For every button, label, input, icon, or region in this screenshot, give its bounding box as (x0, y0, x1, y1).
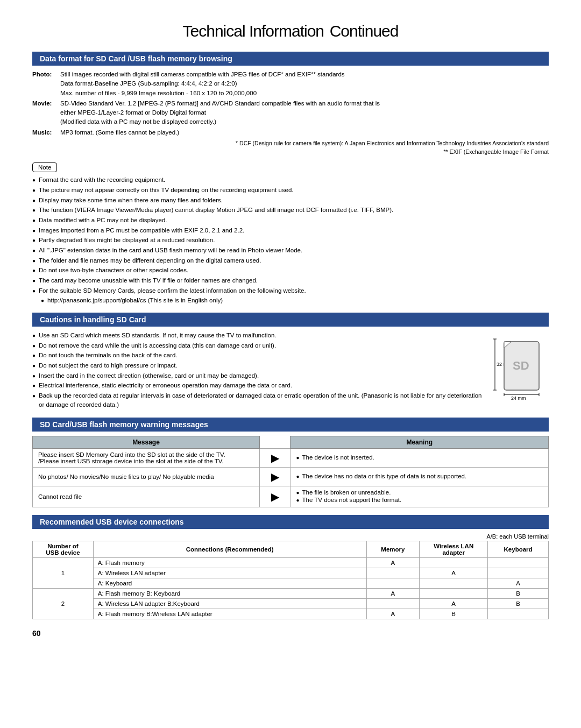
warning-meaning-2: The device has no data or this type of d… (290, 468, 549, 486)
ab-note: A/B: each USB terminal (32, 533, 549, 540)
usb-table: Number ofUSB device Connections (Recomme… (32, 541, 549, 619)
warning-message-3: Cannot read file (33, 486, 260, 507)
caution-item: Use an SD Card which meets SD standards.… (32, 331, 484, 340)
caution-item: Do not remove the card while the unit is… (32, 341, 484, 350)
col-connections: Connections (Recommended) (93, 541, 366, 558)
memory-2b (366, 599, 420, 609)
title-continued: Continued (330, 22, 399, 40)
bullet-item: Format the card with the recording equip… (32, 175, 549, 185)
connection-1b: A: Wireless LAN adapter (93, 568, 366, 578)
music-label: Music: (32, 128, 60, 137)
movie-label: Movie: (32, 99, 60, 127)
wireless-2c: B (420, 609, 488, 619)
col-memory: Memory (366, 541, 420, 558)
section-usb-header: Recommended USB device connections (32, 515, 549, 529)
section-data-format-header: Data format for SD Card /USB flash memor… (32, 52, 549, 66)
bullet-item: The folder and file names may be differe… (32, 256, 549, 265)
cautions-bullets: Use an SD Card which meets SD standards.… (32, 331, 484, 410)
caution-item: Electrical interference, static electric… (32, 381, 484, 390)
movie-content: SD-Video Standard Ver. 1.2 [MPEG-2 (PS f… (60, 99, 549, 127)
warning-table: Message Meaning Please insert SD Memory … (32, 436, 549, 507)
bullet-item: For the suitable SD Memory Cards, please… (32, 286, 549, 295)
memory-1b (366, 568, 420, 578)
photo-label: Photo: (32, 70, 60, 98)
arrow-icon-2: ▶ (259, 468, 290, 486)
section-warning-header: SD Card/USB flash memory warning message… (32, 418, 549, 432)
table-row: A: Wireless LAN adapter B:Keyboard A B (33, 599, 549, 609)
svg-text:SD: SD (513, 359, 529, 372)
usb-num-1: 1 (33, 558, 94, 589)
warning-meaning-3: The file is broken or unreadable. The TV… (290, 486, 549, 507)
col-wireless: Wireless LANadapter (420, 541, 488, 558)
bullet-item: Data modified with a PC may not be displ… (32, 216, 549, 225)
footnote1: * DCF (Design rule for camera file syste… (32, 139, 549, 148)
table-row: No photos/ No movies/No music files to p… (33, 468, 549, 486)
music-content: MP3 format. (Some files cannot be played… (60, 128, 549, 137)
caution-item: Insert the card in the correct direction… (32, 371, 484, 380)
bullet-item: Do not use two-byte characters or other … (32, 266, 549, 275)
memory-1c (366, 578, 420, 589)
col-meaning: Meaning (290, 436, 549, 449)
keyboard-1a (488, 558, 549, 568)
sd-card-diagram: 32 mm SD 24 mm (490, 336, 549, 401)
note-box: Note (32, 162, 57, 172)
photo-movie-block: Photo: Still images recorded with digita… (32, 70, 549, 156)
svg-text:24 mm: 24 mm (511, 395, 526, 401)
section-usb: Recommended USB device connections A/B: … (32, 515, 549, 619)
connection-1a: A: Flash memory (93, 558, 366, 568)
footnotes: * DCF (Design rule for camera file syste… (32, 139, 549, 157)
keyboard-2a: B (488, 589, 549, 599)
section-cautions-header: Cautions in handling SD Card (32, 313, 549, 327)
cautions-wrapper: Use an SD Card which meets SD standards.… (32, 331, 549, 410)
connection-1c: A: Keyboard (93, 578, 366, 589)
keyboard-2c (488, 609, 549, 619)
caution-item: Back up the recorded data at regular int… (32, 391, 484, 409)
usb-num-2: 2 (33, 589, 94, 619)
warning-message-2: No photos/ No movies/No music files to p… (33, 468, 260, 486)
photo-content: Still images recorded with digital still… (60, 70, 549, 98)
wireless-2b: A (420, 599, 488, 609)
bullet-item: The card may become unusable with this T… (32, 276, 549, 285)
table-row: Cannot read file ▶ The file is broken or… (33, 486, 549, 507)
wireless-2a (420, 589, 488, 599)
keyboard-2b: B (488, 599, 549, 609)
memory-2c: A (366, 609, 420, 619)
col-message: Message (33, 436, 260, 449)
page-number: 60 (32, 629, 549, 638)
bullet-item: http://panasonic.jp/support/global/cs (T… (32, 296, 549, 305)
section-data-format: Data format for SD Card /USB flash memor… (32, 52, 549, 305)
arrow-icon-3: ▶ (259, 486, 290, 507)
bullet-item: Display may take some time when there ar… (32, 196, 549, 205)
wireless-1c (420, 578, 488, 589)
wireless-1b: A (420, 568, 488, 578)
table-row: 2 A: Flash memory B: Keyboard A B (33, 589, 549, 599)
connection-2b: A: Wireless LAN adapter B:Keyboard (93, 599, 366, 609)
table-row: A: Flash memory B:Wireless LAN adapter A… (33, 609, 549, 619)
bullet-item: The picture may not appear correctly on … (32, 186, 549, 195)
footnote2: ** EXIF (Exchangeable Image File Format (32, 148, 549, 157)
bullet-item: Partly degraded files might be displayed… (32, 236, 549, 245)
bullet-item: Images imported from a PC must be compat… (32, 226, 549, 235)
title-text: Technical Information (183, 22, 324, 40)
col-keyboard: Keyboard (488, 541, 549, 558)
keyboard-1b (488, 568, 549, 578)
wireless-1a (420, 558, 488, 568)
page-title: Technical Information Continued (32, 16, 549, 42)
connection-2c: A: Flash memory B:Wireless LAN adapter (93, 609, 366, 619)
table-row: A: Wireless LAN adapter A (33, 568, 549, 578)
table-row: A: Keyboard A (33, 578, 549, 589)
data-format-bullets: Format the card with the recording equip… (32, 175, 549, 305)
memory-1a: A (366, 558, 420, 568)
caution-item: Do not touch the terminals on the back o… (32, 351, 484, 360)
arrow-icon-1: ▶ (259, 449, 290, 468)
section-cautions: Cautions in handling SD Card Use an SD C… (32, 313, 549, 410)
memory-2a: A (366, 589, 420, 599)
table-row: Please insert SD Memory Card into the SD… (33, 449, 549, 468)
table-row: 1 A: Flash memory A (33, 558, 549, 568)
sd-card-svg: 32 mm SD 24 mm (492, 336, 546, 401)
bullet-item: The function (VIERA Image Viewer/Media p… (32, 206, 549, 215)
col-usb-device: Number ofUSB device (33, 541, 94, 558)
section-warning: SD Card/USB flash memory warning message… (32, 418, 549, 507)
warning-meaning-1: The device is not inserted. (290, 449, 549, 468)
connection-2a: A: Flash memory B: Keyboard (93, 589, 366, 599)
